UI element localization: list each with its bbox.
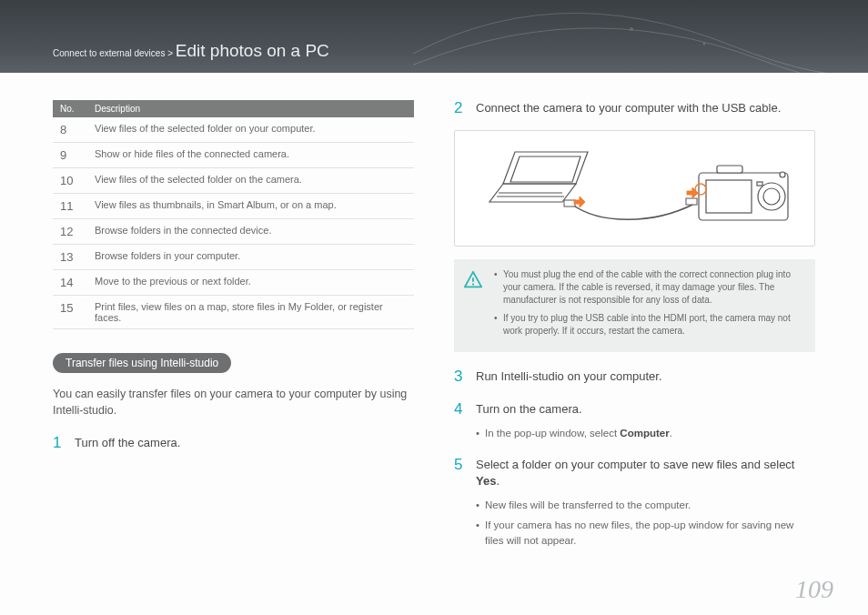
breadcrumb: Connect to external devices > Edit photo… [53, 41, 329, 61]
step-3: 3 Run Intelli-studio on your computer. [454, 368, 815, 386]
step-text: Turn on the camera. [476, 402, 582, 416]
table-row: 14Move to the previous or next folder. [53, 270, 414, 296]
table-row: 12Browse folders in the connected device… [53, 219, 414, 245]
step-text: Turn off the camera. [75, 435, 180, 452]
step-text: Select a folder on your computer to save… [476, 458, 794, 488]
svg-rect-12 [686, 198, 697, 205]
step-number: 2 [454, 100, 467, 117]
step-2: 2 Connect the camera to your computer wi… [454, 100, 815, 117]
description-table: No. Description 8View files of the selec… [53, 100, 414, 329]
content-area: No. Description 8View files of the selec… [0, 73, 868, 549]
svg-rect-4 [564, 200, 575, 207]
svg-point-1 [703, 43, 706, 45]
step-body: Select a folder on your computer to save… [476, 457, 815, 548]
connection-figure [454, 130, 815, 247]
caution-note: You must plug the end of the cable with … [454, 259, 815, 352]
substep: New files will be transferred to the com… [476, 498, 815, 513]
table-row: 13Browse folders in your computer. [53, 245, 414, 270]
laptop-cable-camera-illustration [471, 138, 799, 238]
breadcrumb-section: Connect to external devices > [53, 48, 176, 58]
step-body: Turn on the camera. In the pop-up window… [476, 401, 672, 440]
page-number: 109 [795, 575, 833, 604]
svg-point-15 [472, 283, 474, 285]
section-pill: Transfer files using Intelli-studio [53, 353, 231, 373]
table-row: 10View files of the selected folder on t… [53, 168, 414, 194]
step-number: 5 [454, 457, 467, 548]
right-column: 2 Connect the camera to your computer wi… [454, 100, 815, 549]
step-1: 1 Turn off the camera. [53, 435, 414, 452]
col-head-desc: Description [87, 100, 414, 117]
step-number: 4 [454, 401, 467, 440]
svg-point-10 [780, 172, 785, 177]
page-title: Edit photos on a PC [176, 41, 329, 60]
substep: In the pop-up window, select Computer. [476, 426, 672, 441]
note-line: If you try to plug the USB cable into th… [494, 312, 802, 338]
table-row: 15Print files, view files on a map, stor… [53, 296, 414, 329]
col-head-no: No. [53, 100, 87, 117]
substep: If your camera has no new files, the pop… [476, 518, 815, 548]
caution-icon [463, 270, 483, 290]
step-text: Run Intelli-studio on your computer. [476, 368, 662, 386]
intro-text: You can easily transfer files on your ca… [53, 386, 414, 418]
header-banner: Connect to external devices > Edit photo… [0, 0, 868, 73]
left-column: No. Description 8View files of the selec… [53, 100, 414, 549]
step-4: 4 Turn on the camera. In the pop-up wind… [454, 401, 815, 440]
table-row: 9Show or hide files of the connected cam… [53, 143, 414, 168]
manual-page: Connect to external devices > Edit photo… [0, 0, 868, 615]
svg-rect-9 [717, 166, 742, 173]
step-text: Connect the camera to your computer with… [476, 100, 781, 117]
table-row: 11View files as thumbnails, in Smart Alb… [53, 194, 414, 219]
decorative-swirl [413, 0, 868, 73]
svg-rect-6 [706, 180, 752, 213]
table-head-row: No. Description [53, 100, 414, 117]
note-line: You must plug the end of the cable with … [494, 268, 802, 307]
svg-rect-11 [757, 182, 762, 186]
step-number: 1 [53, 435, 66, 452]
svg-point-8 [763, 188, 780, 205]
table-row: 8View files of the selected folder on yo… [53, 117, 414, 143]
step-number: 3 [454, 368, 467, 386]
svg-point-0 [630, 27, 633, 31]
step-5: 5 Select a folder on your computer to sa… [454, 457, 815, 548]
